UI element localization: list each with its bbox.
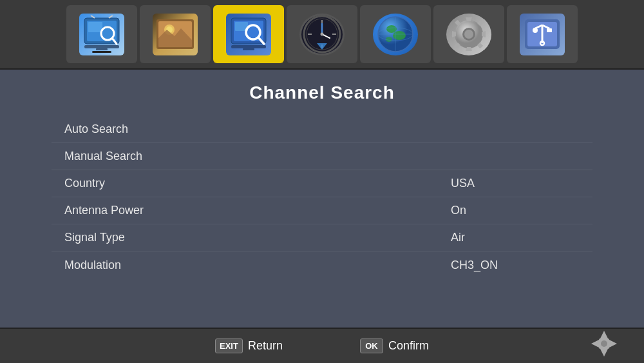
page-title: Channel Search <box>0 70 644 113</box>
svg-point-33 <box>386 37 392 42</box>
signal-type-value: Air <box>451 231 580 244</box>
auto-search-label: Auto Search <box>64 123 451 136</box>
menu-row-antenna-power[interactable]: Antenna Power On <box>52 197 592 224</box>
bottom-bar: EXIT Return OK Confirm <box>0 328 644 363</box>
svg-rect-17 <box>243 48 254 50</box>
globe-icon <box>373 14 418 55</box>
menu-row-modulation[interactable]: Modulation CH3_ON <box>52 251 592 279</box>
menu-row-manual-search[interactable]: Manual Search <box>52 143 592 170</box>
manual-search-label: Manual Search <box>64 150 451 163</box>
nav-item-tv[interactable] <box>66 5 137 63</box>
modulation-value: CH3_ON <box>451 259 580 272</box>
menu-row-signal-type[interactable]: Signal Type Air <box>52 224 592 251</box>
svg-marker-54 <box>609 340 617 348</box>
svg-rect-3 <box>84 45 119 48</box>
top-nav <box>0 0 644 70</box>
main-content: Channel Search Auto Search Manual Search… <box>0 70 644 328</box>
search-icon <box>226 14 271 55</box>
ok-label: Confirm <box>388 339 429 353</box>
antenna-power-label: Antenna Power <box>64 204 451 217</box>
svg-point-56 <box>601 340 607 347</box>
signal-type-label: Signal Type <box>64 231 451 244</box>
clock-icon <box>299 14 345 55</box>
nav-item-globe[interactable] <box>360 5 431 63</box>
svg-rect-4 <box>96 48 108 50</box>
exit-label: Return <box>248 339 283 353</box>
nav-item-settings[interactable] <box>433 5 504 63</box>
ok-button[interactable]: OK Confirm <box>360 338 429 353</box>
nav-item-usb[interactable] <box>507 5 578 63</box>
svg-marker-52 <box>600 349 608 357</box>
svg-line-6 <box>109 15 113 18</box>
nav-item-photo[interactable] <box>140 5 211 63</box>
menu-list: Auto Search Manual Search Country USA An… <box>0 113 644 328</box>
menu-row-country[interactable]: Country USA <box>52 170 592 197</box>
svg-point-28 <box>321 33 324 36</box>
country-label: Country <box>64 177 451 190</box>
ok-badge: OK <box>360 338 383 353</box>
nav-item-search[interactable] <box>213 5 284 63</box>
tv-icon <box>79 14 124 55</box>
menu-row-auto-search[interactable]: Auto Search <box>52 116 592 143</box>
svg-rect-16 <box>231 45 266 48</box>
usb-icon <box>520 14 565 55</box>
svg-point-48 <box>533 28 538 33</box>
svg-marker-51 <box>600 331 608 338</box>
svg-line-5 <box>91 15 95 18</box>
photo-icon <box>153 14 198 55</box>
svg-rect-2 <box>88 22 102 32</box>
country-value: USA <box>451 177 580 190</box>
modulation-label: Modulation <box>64 259 451 272</box>
svg-point-42 <box>464 30 473 39</box>
exit-badge: EXIT <box>215 338 243 353</box>
svg-rect-49 <box>547 28 552 32</box>
nav-cross <box>590 329 618 358</box>
exit-button[interactable]: EXIT Return <box>215 338 283 353</box>
svg-point-32 <box>393 31 406 40</box>
svg-marker-53 <box>591 340 599 348</box>
nav-item-clock[interactable] <box>287 5 357 63</box>
svg-point-31 <box>386 25 397 33</box>
antenna-power-value: On <box>451 204 580 217</box>
gear-icon <box>446 14 491 55</box>
